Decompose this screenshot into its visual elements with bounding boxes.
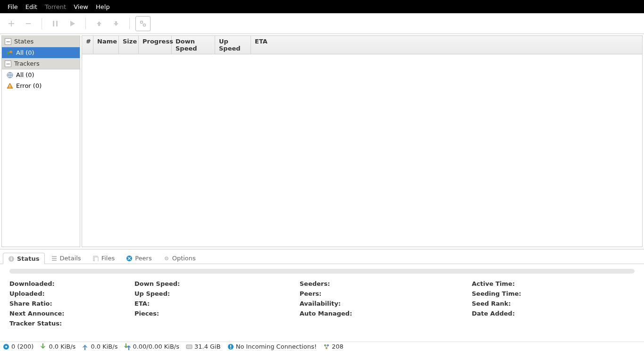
all-states-icon xyxy=(7,50,13,56)
tab-label: Options xyxy=(172,255,196,262)
menu-torrent[interactable]: Torrent xyxy=(41,3,70,10)
dht-icon xyxy=(323,343,330,350)
tab-label: Status xyxy=(17,255,40,262)
status-protocol-traffic[interactable]: 0.00/0.00 KiB/s xyxy=(124,343,179,350)
upload-icon xyxy=(82,343,89,350)
toolbar-separator xyxy=(129,18,130,29)
tab-details[interactable]: Details xyxy=(46,252,86,264)
sidebar-states-header[interactable]: − States xyxy=(2,36,80,47)
label-up-speed: Up Speed: xyxy=(134,290,300,297)
sidebar-states-all[interactable]: All (0) xyxy=(2,47,80,58)
menu-edit[interactable]: Edit xyxy=(22,3,41,10)
sidebar-trackers-all[interactable]: All (0) xyxy=(2,69,80,80)
preferences-button[interactable] xyxy=(135,16,151,31)
tab-files[interactable]: Files xyxy=(87,252,120,264)
status-value: 0.00/0.00 KiB/s xyxy=(133,343,179,350)
info-icon: i xyxy=(8,256,15,262)
download-icon xyxy=(40,343,47,350)
svg-rect-21 xyxy=(230,345,231,347)
col-name[interactable]: Name xyxy=(93,36,119,54)
sidebar-trackers-error[interactable]: Error (0) xyxy=(2,80,80,91)
details-tabs: i Status Details Files Peers Options xyxy=(0,249,644,264)
col-up-speed[interactable]: Up Speed xyxy=(215,36,251,54)
status-warning[interactable]: No Incoming Connections! xyxy=(227,343,317,350)
menu-view[interactable]: View xyxy=(70,3,92,10)
torrent-list-body[interactable] xyxy=(82,54,642,247)
label-uploaded: Uploaded: xyxy=(9,290,134,297)
resume-button[interactable] xyxy=(65,16,80,31)
svg-text:i: i xyxy=(10,257,12,261)
svg-point-5 xyxy=(9,51,12,53)
label-eta: ETA: xyxy=(134,300,300,307)
svg-rect-1 xyxy=(56,21,58,26)
tab-options[interactable]: Options xyxy=(158,252,201,264)
col-eta[interactable]: ETA xyxy=(251,36,642,54)
status-panel: Downloaded: Down Speed: Seeders: Active … xyxy=(0,264,644,332)
tab-label: Files xyxy=(101,255,115,262)
sidebar-header-label: States xyxy=(14,38,33,45)
label-seeding-time: Seeding Time: xyxy=(472,290,635,297)
col-size[interactable]: Size xyxy=(119,36,139,54)
label-peers: Peers: xyxy=(300,290,472,297)
pause-button[interactable] xyxy=(48,16,63,31)
label-seed-rank: Seed Rank: xyxy=(472,300,635,307)
warning-icon xyxy=(7,83,13,89)
label-pieces: Pieces: xyxy=(134,310,300,317)
alert-icon xyxy=(227,343,234,350)
svg-rect-19 xyxy=(186,345,192,349)
status-dht[interactable]: 208 xyxy=(323,343,343,350)
sidebar-item-label: All (0) xyxy=(16,71,34,78)
collapse-icon[interactable]: − xyxy=(5,38,11,45)
tab-label: Details xyxy=(60,255,81,262)
queue-up-button[interactable] xyxy=(92,16,107,31)
label-active-time: Active Time: xyxy=(472,280,635,287)
collapse-icon[interactable]: − xyxy=(5,60,11,67)
col-number[interactable]: # xyxy=(82,36,93,54)
svg-point-3 xyxy=(143,24,146,26)
svg-point-18 xyxy=(5,346,7,348)
menu-help[interactable]: Help xyxy=(92,3,114,10)
status-value: 0.0 KiB/s xyxy=(91,343,117,350)
col-progress[interactable]: Progress xyxy=(139,36,172,54)
peers-icon xyxy=(126,255,133,262)
svg-point-2 xyxy=(141,21,143,23)
menu-file[interactable]: File xyxy=(4,3,22,10)
sidebar-item-label: Error (0) xyxy=(16,82,42,89)
column-headers: # Name Size Progress Down Speed Up Speed… xyxy=(82,36,642,54)
status-connections[interactable]: 0 (200) xyxy=(3,343,33,350)
add-button[interactable] xyxy=(4,16,19,31)
status-value: 0.0 KiB/s xyxy=(49,343,75,350)
status-up-rate[interactable]: 0.0 KiB/s xyxy=(82,343,117,350)
svg-point-16 xyxy=(166,258,167,259)
svg-rect-22 xyxy=(230,348,231,349)
sidebar-item-label: All (0) xyxy=(16,49,34,56)
sidebar-trackers-header[interactable]: − Trackers xyxy=(2,58,80,69)
remove-button[interactable] xyxy=(21,16,36,31)
list-icon xyxy=(51,255,58,262)
svg-rect-0 xyxy=(53,21,54,26)
status-disk[interactable]: 31.4 GiB xyxy=(186,343,221,350)
tab-status[interactable]: i Status xyxy=(3,253,45,264)
toolbar xyxy=(0,13,644,34)
status-down-rate[interactable]: 0.0 KiB/s xyxy=(40,343,75,350)
tab-label: Peers xyxy=(135,255,152,262)
col-down-speed[interactable]: Down Speed xyxy=(172,36,215,54)
sidebar-header-label: Trackers xyxy=(14,60,40,67)
label-downloaded: Downloaded: xyxy=(9,280,134,287)
sidebar: − States All (0) − Trackers All (0) Erro… xyxy=(1,35,80,247)
label-seeders: Seeders: xyxy=(300,280,472,287)
toolbar-separator xyxy=(42,18,42,29)
tab-peers[interactable]: Peers xyxy=(121,252,157,264)
menubar: File Edit Torrent View Help xyxy=(0,0,644,13)
status-value: 31.4 GiB xyxy=(194,343,221,350)
globe-icon xyxy=(7,72,13,78)
svg-rect-9 xyxy=(9,87,10,88)
gear-icon xyxy=(163,255,170,262)
queue-down-button[interactable] xyxy=(109,16,124,31)
svg-point-6 xyxy=(9,53,12,56)
label-tracker-status: Tracker Status: xyxy=(9,320,134,327)
status-value: 0 (200) xyxy=(11,343,33,350)
svg-rect-13 xyxy=(94,257,98,261)
statusbar: 0 (200) 0.0 KiB/s 0.0 KiB/s 0.00/0.00 Ki… xyxy=(0,342,644,351)
main-area: − States All (0) − Trackers All (0) Erro… xyxy=(0,34,644,247)
